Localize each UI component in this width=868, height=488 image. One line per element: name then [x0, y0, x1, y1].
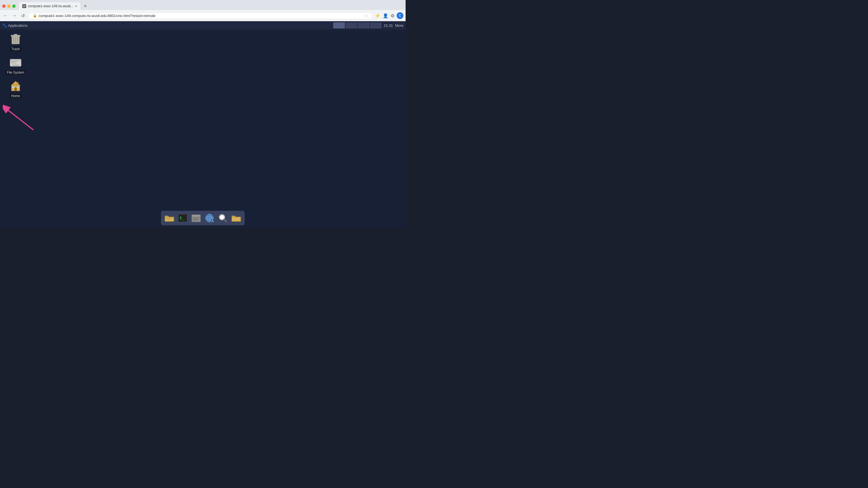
- svg-rect-9: [11, 61, 17, 64]
- extensions-icon[interactable]: ⚡: [375, 13, 380, 19]
- bottom-dock: $_: [161, 211, 245, 225]
- bookmark-icon: ☆: [365, 14, 368, 18]
- svg-marker-10: [11, 81, 20, 86]
- new-tab-button[interactable]: +: [82, 3, 89, 9]
- taskbar-window-1[interactable]: [333, 22, 345, 28]
- taskbar-windows: [333, 22, 382, 28]
- home-icon-img: [9, 79, 22, 93]
- taskbar-window-3[interactable]: [358, 22, 369, 28]
- arrow-annotation: [3, 105, 36, 134]
- vnc-desktop: 🐾 Applications 21:31 More: [0, 21, 406, 228]
- svg-rect-8: [12, 65, 19, 66]
- close-button[interactable]: [2, 4, 6, 8]
- dock-item-browser[interactable]: [203, 212, 216, 224]
- svg-rect-14: [12, 86, 14, 88]
- address-bar-row: ← → ↺ 🔒 compute1-exec-149.compute.ris.wu…: [0, 10, 406, 21]
- home-label: Home: [9, 94, 22, 98]
- active-tab[interactable]: W compute1-exec-149.ris.wustl... ×: [19, 2, 81, 10]
- taskbar: 🐾 Applications 21:31 More: [0, 21, 406, 30]
- address-bar[interactable]: 🔒 compute1-exec-149.compute.ris.wustl.ed…: [28, 12, 373, 19]
- trash-label: Trash: [10, 47, 22, 51]
- applications-menu[interactable]: 🐾 Applications: [2, 23, 28, 28]
- reload-button[interactable]: ↺: [20, 12, 26, 19]
- taskbar-window-2[interactable]: [345, 22, 357, 28]
- home-icon[interactable]: Home: [4, 79, 27, 98]
- trash-icon[interactable]: Trash: [4, 32, 27, 51]
- tab-bar: W compute1-exec-149.ris.wustl... × +: [0, 0, 406, 10]
- svg-rect-24: [192, 215, 200, 217]
- dock-item-terminal[interactable]: $_: [177, 212, 189, 224]
- tab-label: compute1-exec-149.ris.wustl...: [28, 4, 73, 8]
- filesystem-label: File System: [5, 70, 26, 75]
- filesystem-icon[interactable]: File System: [4, 56, 27, 75]
- svg-rect-2: [14, 34, 17, 35]
- svg-rect-11: [17, 82, 19, 85]
- taskbar-window-4[interactable]: [370, 22, 382, 28]
- trash-icon-img: [9, 32, 22, 46]
- desktop-icons: Trash File System: [4, 32, 27, 98]
- svg-line-17: [8, 110, 33, 130]
- applications-icon: 🐾: [2, 23, 7, 28]
- dock-item-files[interactable]: [190, 212, 202, 224]
- svg-rect-15: [17, 86, 19, 88]
- svg-point-37: [220, 215, 224, 219]
- dock-item-folder[interactable]: [230, 212, 242, 224]
- browser-chrome: W compute1-exec-149.ris.wustl... × + ← →…: [0, 0, 406, 21]
- taskbar-right: 21:31 More: [333, 22, 403, 28]
- applications-label: Applications: [8, 23, 28, 28]
- tab-favicon: W: [22, 4, 26, 8]
- minimize-button[interactable]: [7, 4, 10, 8]
- lock-icon: 🔒: [33, 14, 37, 18]
- dock-item-folder-doc[interactable]: [163, 212, 176, 224]
- window-controls: [2, 4, 16, 8]
- back-button[interactable]: ←: [2, 12, 9, 19]
- svg-text:$_: $_: [179, 216, 184, 220]
- forward-button[interactable]: →: [11, 12, 18, 19]
- maximize-button[interactable]: [12, 4, 16, 8]
- url-text: compute1-exec-149.compute.ris.wustl.edu:…: [39, 14, 363, 18]
- svg-line-39: [224, 220, 226, 222]
- browser-actions: ⚡ 👤 ⚙ C: [375, 12, 403, 19]
- filesystem-icon-img: [9, 56, 22, 69]
- taskbar-more-button[interactable]: More: [395, 23, 403, 28]
- svg-rect-13: [14, 88, 17, 91]
- settings-icon[interactable]: ⚙: [391, 13, 395, 19]
- clock: 21:31: [384, 23, 393, 28]
- svg-rect-7: [10, 59, 21, 61]
- avatar[interactable]: C: [397, 12, 403, 19]
- profile-icon[interactable]: 👤: [383, 13, 388, 19]
- tab-close-button[interactable]: ×: [75, 4, 77, 8]
- svg-rect-40: [232, 217, 241, 222]
- dock-item-search[interactable]: [217, 212, 229, 224]
